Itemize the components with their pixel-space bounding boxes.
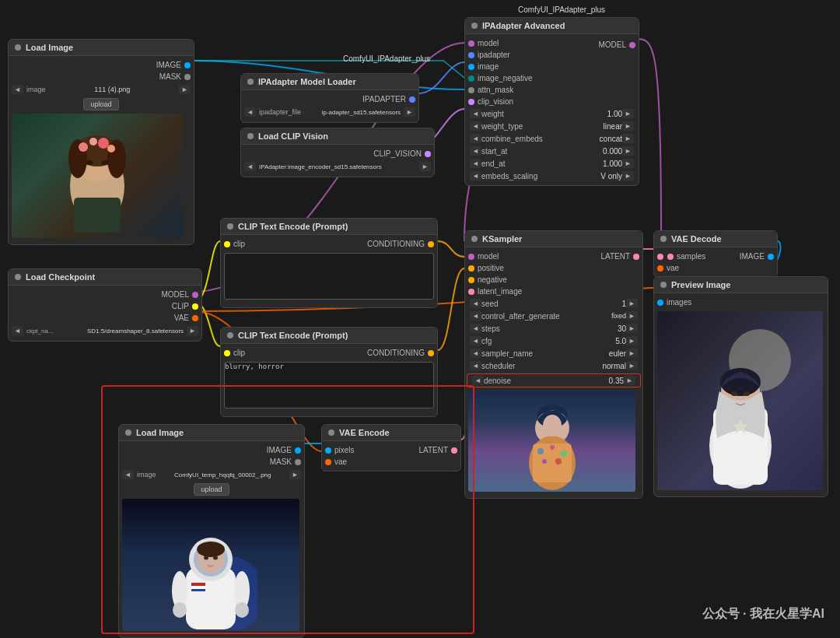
comfyui-label-top: ComfyUI_IPAdapter_plus xyxy=(513,4,610,16)
load-image-1-node: Load Image IMAGE MASK ◄ image 111 (4).pn… xyxy=(8,39,194,245)
next-image-btn-2[interactable]: ► xyxy=(289,470,301,479)
end-next[interactable]: ► xyxy=(622,159,634,168)
port-clip-vision-in: clip_vision xyxy=(465,96,595,107)
svg-rect-43 xyxy=(191,589,205,591)
ipadapter-file-value: ip-adapter_sd15.safetensors xyxy=(304,109,401,116)
ckpt-next[interactable]: ► xyxy=(187,326,198,335)
load-checkpoint-node: Load Checkpoint MODEL CLIP VAE ◄ ckpt_na… xyxy=(8,268,202,342)
prev-image-btn-1[interactable]: ◄ xyxy=(12,85,23,94)
image-value-1: 111 (4).png xyxy=(48,86,176,93)
svg-rect-41 xyxy=(191,583,205,586)
ipadapter-dot xyxy=(247,79,254,85)
prev-image-btn-2[interactable]: ◄ xyxy=(122,470,134,479)
cemb-prev[interactable]: ◄ xyxy=(470,134,481,143)
load-image-2-title: Load Image xyxy=(136,428,184,437)
clip-text-encode-1-header: CLIP Text Encode (Prompt) xyxy=(221,219,437,235)
denoise-row: ◄ denoise 0.35 ► xyxy=(467,373,641,387)
cfg-next[interactable]: ► xyxy=(626,336,638,345)
vae-encode-header: VAE Encode xyxy=(322,425,460,441)
port-conditioning-out-2: CONDITIONING xyxy=(364,347,437,359)
ipadapter-advanced-header: IPAdapter Advanced xyxy=(465,18,639,34)
upload-btn-1[interactable]: upload xyxy=(83,98,118,110)
prompt-text-1[interactable] xyxy=(224,253,434,300)
preview-image-title: Preview Image xyxy=(671,280,730,289)
seed-next[interactable]: ► xyxy=(626,299,638,308)
port-latent-out-ve: LATENT xyxy=(415,444,460,456)
load-image-2-node: Load Image IMAGE MASK ◄ image ComfyUI_te… xyxy=(118,424,305,638)
denoise-next[interactable]: ► xyxy=(624,376,635,385)
steps-next[interactable]: ► xyxy=(626,324,638,333)
seed-row: ◄ seed 1 ► xyxy=(465,297,642,310)
port-vae-in: vae xyxy=(654,262,737,274)
escale-next[interactable]: ► xyxy=(622,171,634,181)
ipadapter-advanced-node: IPAdapter Advanced model ipadapter image xyxy=(464,17,639,186)
svg-point-11 xyxy=(101,160,109,165)
prev-ipadapter-btn[interactable]: ◄ xyxy=(244,107,256,117)
ipadapter-advanced-title: IPAdapter Advanced xyxy=(482,21,565,30)
image-label-1: image xyxy=(26,86,46,93)
port-model-in-ks: model xyxy=(465,251,597,262)
sampler-prev[interactable]: ◄ xyxy=(470,349,481,358)
preview-image-header: Preview Image xyxy=(654,277,828,293)
wtype-prev[interactable]: ◄ xyxy=(470,121,481,131)
escale-prev[interactable]: ◄ xyxy=(470,171,481,181)
port-attn-mask-in: attn_mask xyxy=(465,84,595,96)
clip-vision-dot xyxy=(247,133,254,139)
svg-point-18 xyxy=(550,445,555,450)
svg-point-28 xyxy=(731,391,737,396)
ckpt-prev[interactable]: ◄ xyxy=(12,326,23,335)
weight-prev[interactable]: ◄ xyxy=(470,109,481,118)
port-clip-vision-out: CLIP_VISION xyxy=(241,148,434,160)
svg-point-47 xyxy=(235,602,249,618)
sched-prev[interactable]: ◄ xyxy=(470,361,481,370)
svg-point-6 xyxy=(79,142,88,152)
port-samples-in: samples xyxy=(654,251,737,262)
ipadapter-file-label: ipadapter_file xyxy=(259,108,301,116)
vae-decode-header: VAE Decode xyxy=(654,231,777,247)
image-selector-row-2[interactable]: ◄ image ComfyUI_temp_hqqfq_00002_.png ► xyxy=(119,468,304,482)
end-prev[interactable]: ◄ xyxy=(470,159,481,168)
start-at-row: ◄ start_at 0.000 ► xyxy=(465,145,639,157)
sampler-next[interactable]: ► xyxy=(626,349,638,358)
port-vae-out-lc: VAE xyxy=(9,312,201,324)
next-clip-btn[interactable]: ► xyxy=(419,162,431,171)
cag-prev[interactable]: ◄ xyxy=(470,311,481,321)
next-ipadapter-btn[interactable]: ► xyxy=(404,107,415,117)
weight-next[interactable]: ► xyxy=(622,109,634,118)
next-image-btn-1[interactable]: ► xyxy=(179,85,191,94)
port-ipadapter-out: IPADAPTER xyxy=(241,93,418,105)
svg-point-22 xyxy=(543,415,562,436)
ipadapter-advanced-dot xyxy=(471,23,478,29)
start-prev[interactable]: ◄ xyxy=(470,146,481,156)
cfg-prev[interactable]: ◄ xyxy=(470,336,481,345)
prompt-text-2[interactable]: blurry, horror xyxy=(224,362,434,408)
svg-point-29 xyxy=(744,391,750,396)
load-clip-vision-header: Load CLIP Vision xyxy=(241,128,434,145)
image-selector-row-1[interactable]: ◄ image 111 (4).png ► xyxy=(9,82,194,96)
seed-prev[interactable]: ◄ xyxy=(470,299,481,308)
cemb-next[interactable]: ► xyxy=(622,134,634,143)
port-images-in: images xyxy=(654,296,828,308)
prev-clip-btn[interactable]: ◄ xyxy=(244,162,256,171)
watermark: 公众号 · 我在火星学AI xyxy=(702,606,824,622)
denoise-prev[interactable]: ◄ xyxy=(472,376,484,385)
port-conditioning-out-1: CONDITIONING xyxy=(364,238,437,250)
port-model-out-lc: MODEL xyxy=(9,289,201,300)
vd-dot xyxy=(660,236,667,242)
image-value-2: ComfyUI_temp_hqqfq_00002_.png xyxy=(159,471,286,478)
ckpt-row[interactable]: ◄ ckpt_na... SD1.5/dreamshaper_8.safeten… xyxy=(9,324,201,338)
clip-file-row[interactable]: ◄ IPAdapter:image_encoder_sd15.safetenso… xyxy=(241,160,434,174)
cag-next[interactable]: ► xyxy=(626,311,638,321)
clip-file-value: IPAdapter:image_encoder_sd15.safetensors xyxy=(259,163,416,170)
start-next[interactable]: ► xyxy=(622,146,634,156)
ksampler-node: KSampler model positive negative la xyxy=(464,230,643,499)
port-ipadapter-in: ipadapter xyxy=(465,49,595,61)
steps-prev[interactable]: ◄ xyxy=(470,324,481,333)
wtype-next[interactable]: ► xyxy=(622,121,634,131)
sched-next[interactable]: ► xyxy=(626,361,638,370)
svg-point-10 xyxy=(86,160,93,165)
port-mask-out-2: MASK xyxy=(119,456,304,468)
ipadapter-file-row[interactable]: ◄ ipadapter_file ip-adapter_sd15.safeten… xyxy=(241,105,418,119)
pi-dot xyxy=(660,282,667,288)
upload-btn-2[interactable]: upload xyxy=(194,483,229,496)
